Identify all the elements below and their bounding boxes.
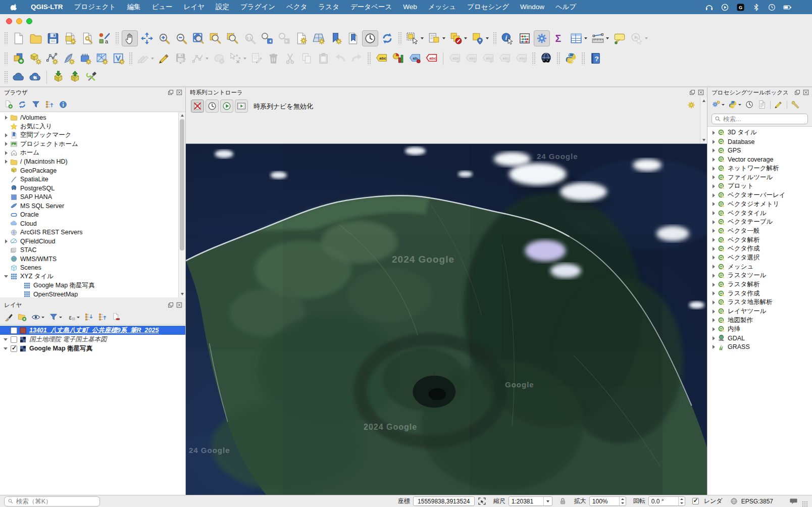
bluetooth-icon[interactable]	[752, 3, 760, 12]
filter-browser[interactable]	[31, 100, 40, 109]
messages-icon[interactable]	[789, 497, 798, 505]
processing-item[interactable]: GDAL	[707, 334, 812, 343]
browser-item[interactable]: プロジェクトホーム	[0, 140, 178, 149]
processing-item[interactable]: 地図製作	[707, 316, 812, 325]
expand-caret-icon[interactable]	[3, 133, 9, 137]
expand-caret-icon[interactable]	[3, 142, 9, 146]
results-log[interactable]	[757, 100, 767, 109]
identify-features[interactable]	[499, 30, 516, 46]
new-temporary-scratch-layer[interactable]	[77, 50, 93, 67]
movie-export[interactable]	[235, 99, 248, 113]
qfield-cloud-sync[interactable]	[27, 69, 43, 85]
expand-caret-icon[interactable]	[710, 247, 717, 251]
layer-visibility-checkbox[interactable]	[11, 345, 17, 352]
processing-item[interactable]: GRASS	[707, 343, 812, 352]
locator-input[interactable]	[16, 498, 96, 505]
open-layer-styling[interactable]	[4, 313, 13, 322]
panel-splitter[interactable]	[0, 297, 185, 300]
processing-toolbox-toggle[interactable]	[534, 30, 550, 46]
expand-caret-icon[interactable]	[710, 193, 717, 197]
new-shapefile-layer[interactable]	[44, 50, 60, 67]
browser-item[interactable]: ArcGIS REST Servers	[0, 228, 178, 237]
close-panel-icon[interactable]	[176, 302, 182, 308]
new-3d-map-view[interactable]	[311, 30, 327, 46]
new-geopackage-layer[interactable]	[27, 50, 43, 67]
manage-map-themes[interactable]	[31, 313, 44, 322]
spin-up-icon[interactable]	[620, 497, 626, 501]
open-project[interactable]	[28, 30, 44, 46]
browser-item[interactable]: STAC	[0, 246, 178, 255]
apple-icon[interactable]	[10, 3, 18, 11]
temporal-scrollbar[interactable]	[700, 97, 707, 143]
new-virtual-layer[interactable]	[111, 50, 126, 67]
processing-item[interactable]: ベクタ一般	[707, 227, 812, 236]
show-layout-manager[interactable]	[79, 30, 95, 46]
new-spatialite-layer[interactable]	[61, 50, 76, 67]
menu-item[interactable]: プロジェクト	[69, 0, 122, 14]
menu-item[interactable]: Web	[397, 0, 423, 14]
zoom-full-extent[interactable]	[190, 30, 207, 46]
browser-item[interactable]: MS SQL Server	[0, 201, 178, 211]
scale-input[interactable]	[509, 498, 543, 505]
processing-item[interactable]: ベクタ作成	[707, 244, 812, 254]
properties-info[interactable]	[59, 100, 68, 109]
filter-legend[interactable]	[49, 313, 62, 322]
processing-item[interactable]: 3D タイル	[707, 128, 812, 137]
refresh-map[interactable]	[379, 30, 395, 46]
browser-item[interactable]: XYZ タイル	[0, 272, 178, 281]
render-checkbox[interactable]	[692, 498, 699, 504]
spin-down-icon[interactable]	[620, 501, 626, 506]
qfield-preferences[interactable]	[84, 69, 99, 85]
expand-caret-icon[interactable]	[3, 275, 9, 278]
expand-caret-icon[interactable]	[710, 229, 717, 233]
help-contents[interactable]	[588, 50, 603, 67]
g-hub-icon[interactable]	[736, 3, 745, 12]
new-spatial-bookmark[interactable]	[328, 30, 344, 46]
play-circle-icon[interactable]	[721, 3, 729, 12]
expand-caret-icon[interactable]	[710, 148, 717, 153]
close-panel-icon[interactable]	[803, 89, 809, 95]
layer-row[interactable]: 13401_八丈島八丈町_公共座標9系_筆R_2025	[0, 326, 185, 335]
processing-item[interactable]: Database	[707, 137, 812, 146]
expand-caret-icon[interactable]	[710, 131, 717, 135]
expand-caret-icon[interactable]	[3, 116, 9, 120]
new-print-layout[interactable]	[62, 30, 78, 46]
collapse-all[interactable]	[45, 100, 54, 109]
browser-item[interactable]: 空間ブックマーク	[0, 131, 178, 140]
extents-icon[interactable]	[478, 497, 486, 505]
processing-item[interactable]: レイヤツール	[707, 307, 812, 316]
float-panel-icon[interactable]	[168, 302, 174, 308]
float-panel-icon[interactable]	[794, 89, 800, 95]
save-project[interactable]	[45, 30, 61, 46]
expand-caret-icon[interactable]	[710, 265, 717, 269]
locator-search-box[interactable]	[4, 496, 100, 506]
browser-item[interactable]: ホーム	[0, 148, 178, 158]
processing-item[interactable]: プロット	[707, 182, 812, 191]
browser-item[interactable]: GeoPackage	[0, 166, 178, 175]
show-spatial-bookmarks[interactable]	[345, 30, 361, 46]
toggle-editing[interactable]	[157, 50, 172, 67]
expand-caret-icon[interactable]	[710, 140, 717, 144]
collapse-all-layers[interactable]	[98, 313, 107, 322]
browser-item[interactable]: WMS/WMTS	[0, 255, 178, 264]
zoom-out[interactable]	[173, 30, 189, 46]
temporal-controller[interactable]	[362, 30, 378, 46]
zoom-in[interactable]	[156, 30, 172, 46]
close-panel-icon[interactable]	[176, 89, 182, 95]
processing-item[interactable]: ベクタタイル	[707, 209, 812, 218]
expand-caret-icon[interactable]	[710, 274, 717, 278]
processing-item[interactable]: ラスタ地形解析	[707, 298, 812, 307]
expand-caret-icon[interactable]	[3, 239, 9, 243]
menu-item[interactable]: 編集	[121, 0, 146, 14]
lock-scale-icon[interactable]	[559, 497, 567, 505]
expand-caret-icon[interactable]	[3, 151, 9, 155]
pan-to-selection[interactable]	[139, 30, 155, 46]
processing-item[interactable]: ラスタツール	[707, 271, 812, 280]
browser-item[interactable]: /Volumes	[0, 113, 178, 122]
rotation-spinbox[interactable]	[648, 496, 685, 506]
expand-caret-icon[interactable]	[710, 318, 717, 322]
expand-caret-icon[interactable]	[710, 158, 717, 162]
menu-item[interactable]: ヘルプ	[550, 0, 582, 14]
expand-caret-icon[interactable]	[2, 347, 9, 350]
resize-grip[interactable]	[802, 501, 808, 507]
